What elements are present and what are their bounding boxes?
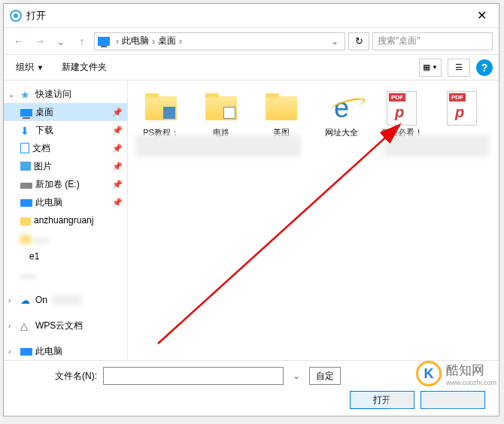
sidebar-item-e1[interactable]: e1 xyxy=(4,247,127,265)
chevron-right-icon: › xyxy=(116,36,119,47)
close-button[interactable]: ✕ xyxy=(464,4,499,28)
filename-label: 文件名(N): xyxy=(14,370,97,383)
forward-button[interactable]: → xyxy=(31,32,49,50)
crumb-this-pc[interactable]: 此电脑 xyxy=(122,35,149,47)
help-button[interactable]: ? xyxy=(476,59,493,76)
open-dialog: 打开 ✕ ← → ⌄ ↑ › 此电脑 › 桌面 › ⌄ ↻ 搜索"桌面" 组织▼… xyxy=(3,3,499,416)
file-item-folder[interactable]: 电路 xyxy=(194,89,248,141)
sidebar-item-wps[interactable]: › △ WPS云文档 xyxy=(4,316,127,335)
pin-icon: 📌 xyxy=(112,162,123,171)
app-icon xyxy=(10,10,22,22)
file-item-folder[interactable]: 美图 xyxy=(254,89,308,141)
sidebar-item-desktop[interactable]: 桌面 📌 xyxy=(4,103,127,121)
folder-icon xyxy=(205,96,237,120)
sidebar-item-quick-access[interactable]: ⌄ ★ 快速访问 xyxy=(4,85,127,103)
file-item-pdf[interactable] xyxy=(435,89,489,141)
pin-icon: 📌 xyxy=(112,144,123,153)
folder-icon xyxy=(20,217,31,226)
download-icon: ⬇ xyxy=(20,125,32,135)
filename-input[interactable] xyxy=(103,367,284,385)
toolbar: 组织▼ 新建文件夹 ▦▼ ☰ ? xyxy=(4,55,499,80)
file-grid: PS教程： 电路 美图 e 网址大全 学员必看！ xyxy=(134,89,493,141)
organize-button[interactable]: 组织▼ xyxy=(10,58,50,77)
file-item-folder[interactable]: PS教程： xyxy=(134,89,188,141)
watermark-icon: K xyxy=(416,361,442,386)
sidebar-item-blurred[interactable]: ...... xyxy=(4,265,127,283)
cancel-button[interactable] xyxy=(421,391,485,409)
sidebar-item-onedrive[interactable]: › ☁ On xyxy=(4,291,127,309)
chevron-down-icon[interactable]: ⌄ xyxy=(52,32,70,50)
back-button[interactable]: ← xyxy=(10,32,28,50)
watermark: K 酷知网 www.coozhi.com xyxy=(416,361,496,386)
dialog-body: ⌄ ★ 快速访问 桌面 📌 ⬇ 下载 📌 文档 📌 图片 xyxy=(4,80,499,360)
svg-line-0 xyxy=(158,126,399,344)
refresh-button[interactable]: ↻ xyxy=(348,32,369,50)
sidebar: ⌄ ★ 快速访问 桌面 📌 ⬇ 下载 📌 文档 📌 图片 xyxy=(4,80,128,360)
drive-icon xyxy=(20,183,32,189)
cloud-icon: ☁ xyxy=(20,295,32,305)
pc-icon xyxy=(98,37,110,46)
picture-icon xyxy=(20,162,31,171)
pc-icon xyxy=(20,348,32,356)
wps-icon: △ xyxy=(20,320,32,331)
ie-icon: e xyxy=(334,92,349,124)
pin-icon: 📌 xyxy=(112,180,123,189)
chevron-right-icon: › xyxy=(179,36,182,47)
sidebar-item-this-pc[interactable]: 此电脑 📌 xyxy=(4,193,127,211)
sidebar-item-documents[interactable]: 文档 📌 xyxy=(4,139,127,157)
watermark-text: 酷知网 xyxy=(446,362,496,379)
sidebar-item-downloads[interactable]: ⬇ 下载 📌 xyxy=(4,121,127,139)
pin-icon: 📌 xyxy=(112,198,123,207)
up-button[interactable]: ↑ xyxy=(73,32,91,50)
file-filter-dropdown[interactable]: 自定 xyxy=(309,367,341,385)
pin-icon: 📌 xyxy=(112,108,123,117)
file-pane[interactable]: PS教程： 电路 美图 e 网址大全 学员必看！ xyxy=(128,80,499,360)
sidebar-item-pictures[interactable]: 图片 📌 xyxy=(4,157,127,175)
breadcrumb-dropdown[interactable]: ⌄ xyxy=(328,36,342,47)
sidebar-item-this-pc-2[interactable]: › 此电脑 xyxy=(4,342,127,360)
window-title: 打开 xyxy=(26,9,464,23)
pin-icon: 📌 xyxy=(112,126,123,135)
titlebar: 打开 ✕ xyxy=(4,4,499,28)
chevron-right-icon: › xyxy=(8,322,17,330)
view-list-button[interactable]: ☰ xyxy=(448,59,470,77)
folder-icon xyxy=(266,96,297,120)
pdf-icon xyxy=(387,91,417,126)
file-item-ie[interactable]: e 网址大全 xyxy=(314,89,369,141)
breadcrumb[interactable]: › 此电脑 › 桌面 › ⌄ xyxy=(94,32,345,50)
document-icon xyxy=(20,143,29,153)
new-folder-button[interactable]: 新建文件夹 xyxy=(56,58,113,77)
chevron-right-icon: › xyxy=(8,296,17,304)
desktop-icon xyxy=(20,109,32,117)
folder-icon xyxy=(145,96,177,120)
pc-icon xyxy=(20,199,32,207)
chevron-down-icon: ⌄ xyxy=(8,90,17,98)
pdf-icon xyxy=(447,91,477,126)
search-input[interactable]: 搜索"桌面" xyxy=(372,32,493,50)
sidebar-item-anzhuang[interactable]: anzhuangruanj xyxy=(4,211,127,229)
chevron-right-icon: › xyxy=(8,347,17,356)
star-icon: ★ xyxy=(20,89,32,99)
watermark-url: www.coozhi.com xyxy=(446,379,496,386)
navbar: ← → ⌄ ↑ › 此电脑 › 桌面 › ⌄ ↻ 搜索"桌面" xyxy=(4,28,499,55)
chevron-down-icon[interactable]: ⌄ xyxy=(290,371,303,381)
open-button[interactable]: 打开 xyxy=(350,391,414,409)
folder-icon xyxy=(20,235,31,244)
chevron-right-icon: › xyxy=(152,36,155,47)
file-item-pdf[interactable]: 学员必看！ xyxy=(375,89,429,141)
sidebar-item-blurred[interactable]: ...... xyxy=(4,229,127,247)
sidebar-item-drive-e[interactable]: 新加卷 (E:) 📌 xyxy=(4,175,127,193)
view-icons-button[interactable]: ▦▼ xyxy=(419,59,442,77)
crumb-desktop[interactable]: 桌面 xyxy=(158,35,176,47)
